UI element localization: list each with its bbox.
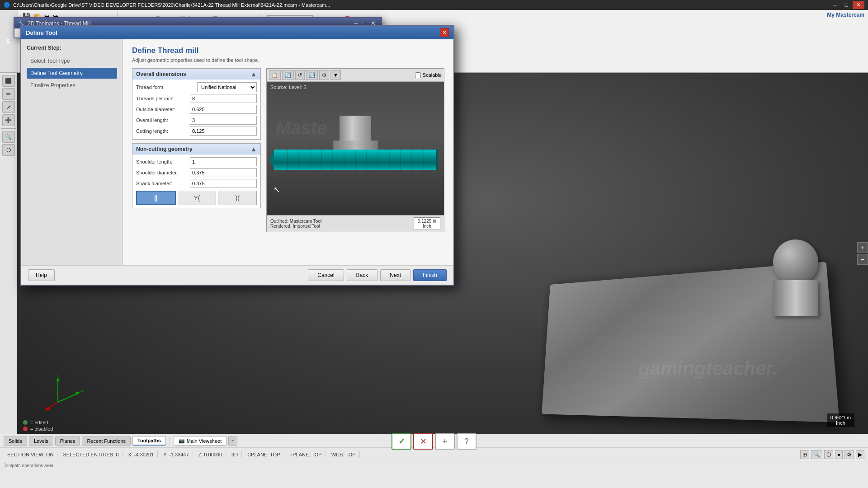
legend-disabled-label: = disabled	[30, 426, 53, 432]
grid-btn[interactable]: ⊞	[800, 450, 809, 459]
preview-tool-5[interactable]: ⚙	[319, 70, 329, 80]
preview-tool-4[interactable]: 🔃	[306, 70, 318, 80]
outside-diameter-input[interactable]	[190, 105, 257, 114]
cursor-indicator: ↖	[274, 185, 279, 190]
tplane-status: TPLANE: TOP	[286, 451, 326, 458]
tab-recent-functions[interactable]: Recent Functions	[82, 436, 131, 446]
view-cube-btn[interactable]: ⬡	[824, 450, 833, 459]
preview-tool-6[interactable]: ▼	[330, 70, 341, 80]
cutting-length-input[interactable]	[190, 127, 257, 136]
section-view-status: SECTION VIEW: ON	[4, 451, 57, 458]
tab-planes[interactable]: Planes	[55, 436, 80, 446]
cutting-length-label: Cutting length:	[136, 128, 190, 134]
preview-tool-2[interactable]: 🔄	[282, 70, 294, 80]
next-button[interactable]: Next	[380, 269, 410, 281]
left-tool-6[interactable]: ⬡	[2, 144, 15, 156]
thread-form-label: Thread form:	[136, 84, 197, 90]
non-cutting-header[interactable]: Non-cutting geometry ▲	[132, 144, 260, 155]
zoom-in-btn[interactable]: +	[857, 242, 868, 253]
non-cutting-body: Shoulder length: Shoulder diameter:	[132, 155, 260, 208]
left-tool-5[interactable]: 🔍	[2, 131, 15, 143]
define-tool-dialog: Define Tool ✕ Current Step: Select Tool …	[20, 25, 454, 286]
overall-dimensions-collapse[interactable]: ▲	[250, 70, 257, 78]
left-tool-4[interactable]: ➕	[2, 114, 15, 126]
legend-edited: = edited	[23, 420, 53, 425]
shape-btn-2[interactable]: Y(	[178, 191, 217, 205]
preview-tool-1[interactable]: 📋	[269, 70, 281, 80]
thread-form-select[interactable]: Unified National	[197, 82, 257, 92]
overall-dimensions-header[interactable]: Overall dimensions ▲	[132, 69, 260, 80]
threads-per-inch-input[interactable]	[190, 94, 257, 103]
3d-object	[529, 190, 845, 416]
more-status-btn[interactable]: ▶	[856, 450, 864, 459]
settings-status-btn[interactable]: ⚙	[844, 450, 854, 459]
non-cutting-collapse[interactable]: ▲	[250, 145, 257, 153]
left-tool-1[interactable]: ⬛	[2, 75, 15, 87]
cancel-button[interactable]: Cancel	[308, 269, 344, 281]
shank-diameter-label: Shank diameter:	[136, 181, 190, 186]
left-toolbar: ⬛ ✏ ↗ ➕ 🔍 ⬡	[0, 73, 17, 434]
status-info-row: SECTION VIEW: ON SELECTED ENTITIES: 0 X:…	[0, 448, 868, 461]
zoom-out-btn[interactable]: −	[857, 254, 868, 265]
viewport-measure: 0.9621 in Inch	[827, 413, 854, 427]
overall-length-row: Overall length:	[136, 116, 257, 125]
define-tool-titlebar: Define Tool ✕	[21, 26, 453, 39]
minimize-btn[interactable]: ─	[829, 1, 840, 9]
help-button[interactable]: Help	[28, 269, 55, 281]
preview-toolbar: 📋 🔄 ↺ 🔃 ⚙ ▼ Scalable	[267, 69, 444, 82]
shoulder-length-input[interactable]	[190, 157, 257, 166]
shape-btn-1[interactable]: ||	[136, 191, 176, 205]
back-button[interactable]: Back	[347, 269, 378, 281]
shank-diameter-input[interactable]	[190, 179, 257, 188]
outside-diameter-label: Outside diameter:	[136, 107, 190, 112]
tab-solids[interactable]: Solids	[4, 436, 27, 446]
form-area: Define Thread mill Adjust geometric prop…	[123, 39, 453, 265]
non-cutting-title: Non-cutting geometry	[136, 146, 193, 152]
shape-buttons-row: || Y( )(	[136, 191, 257, 205]
zoom-status-btn[interactable]: 🔍	[811, 450, 822, 459]
scalable-label: Scalable	[423, 72, 442, 78]
bottom-confirm-toolbar: ✓ ✕ + ?	[392, 433, 476, 450]
render-btn[interactable]: ●	[835, 450, 843, 459]
non-cutting-section: Non-cutting geometry ▲ Shoulder length:	[132, 143, 261, 208]
step-finalize-properties[interactable]: Finalize Properties	[27, 80, 117, 91]
step-define-tool-geometry[interactable]: Define Tool Geometry	[27, 68, 117, 79]
y-coord: Y: -1.33447	[160, 451, 193, 458]
svg-marker-1	[56, 377, 60, 381]
shoulder-diameter-input[interactable]	[190, 168, 257, 177]
finish-button[interactable]: Finish	[413, 269, 447, 281]
thread-form-row: Thread form: Unified National	[136, 82, 257, 92]
main-viewsheet-tab[interactable]: 📷 Main Viewsheet	[174, 436, 226, 446]
measure-box: 0.1229 in Inch	[414, 217, 440, 230]
shape-btn-3[interactable]: )(	[218, 191, 257, 205]
tab-toolpaths[interactable]: Toolpaths	[132, 436, 166, 446]
add-viewsheet-btn[interactable]: +	[228, 436, 237, 446]
viewsheet-label: Main Viewsheet	[187, 438, 222, 444]
cancel-x-btn[interactable]: ✕	[413, 433, 433, 450]
scalable-checkbox[interactable]	[415, 72, 421, 78]
file-icon[interactable]: 📄	[6, 39, 11, 43]
x-coord: X: -4.30201	[124, 451, 158, 458]
my-mastercam-label[interactable]: My Mastercam	[827, 12, 864, 18]
overall-dimensions-body: Thread form: Unified National Threads pe…	[132, 80, 260, 139]
close-btn[interactable]: ✕	[853, 1, 864, 9]
svg-marker-25	[269, 150, 274, 170]
confirm-btn[interactable]: ✓	[392, 433, 411, 450]
left-tool-2[interactable]: ✏	[2, 88, 15, 100]
add-btn[interactable]: +	[435, 433, 455, 450]
tab-levels[interactable]: Levels	[29, 436, 53, 446]
overall-length-input[interactable]	[190, 116, 257, 125]
svg-rect-26	[436, 150, 438, 170]
preview-tool-3[interactable]: ↺	[295, 70, 305, 80]
form-subtitle: Adjust geometric properties used to defi…	[132, 57, 444, 63]
help-question-btn2[interactable]: ?	[457, 433, 476, 450]
overall-length-label: Overall length:	[136, 117, 190, 123]
measure-value: 0.1229 in	[418, 219, 436, 224]
maximize-btn[interactable]: □	[841, 1, 852, 9]
legend-edited-label: = edited	[30, 420, 48, 425]
shoulder-diameter-label: Shoulder diameter:	[136, 170, 190, 175]
left-tool-3[interactable]: ↗	[2, 101, 15, 113]
define-tool-close-btn[interactable]: ✕	[440, 28, 449, 37]
step-select-tool-type[interactable]: Select Tool Type	[27, 56, 117, 66]
window-title: C:\Users\Charlie\Google Drive\ST VIDEO D…	[13, 2, 330, 8]
